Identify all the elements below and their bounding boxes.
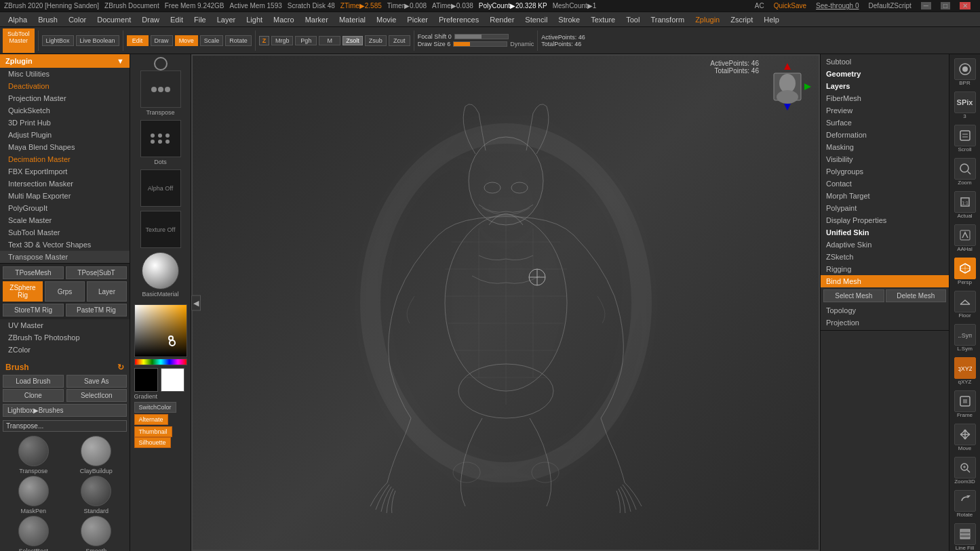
edit-btn[interactable]: Edit: [127, 35, 149, 46]
draw-btn[interactable]: Draw: [151, 35, 173, 46]
brush-refresh-icon[interactable]: ↻: [117, 363, 124, 372]
black-swatch[interactable]: [134, 368, 158, 392]
basic-material-item[interactable]: BasicMaterial: [137, 252, 184, 298]
deactivation-item[interactable]: Deactivation: [0, 80, 130, 92]
subtool-item[interactable]: Subtool: [821, 56, 949, 68]
window-minimize[interactable]: ─: [921, 2, 931, 9]
switch-color-btn[interactable]: SwitchColor: [134, 402, 176, 413]
quick-save-btn[interactable]: QuickSave: [774, 2, 806, 9]
frame-icon-item[interactable]: Frame: [952, 389, 979, 420]
lsym-icon-item[interactable]: L.Sym L.Sym: [952, 323, 979, 353]
poly-group-it-item[interactable]: PolyGroupIt: [0, 202, 130, 214]
zcolor-item[interactable]: ZColor: [0, 344, 130, 356]
scroll-icon-item[interactable]: Scroll: [952, 123, 979, 154]
menu-alpha[interactable]: Alpha: [3, 14, 33, 25]
persp-icon-item[interactable]: Persp: [952, 256, 979, 287]
layer-btn[interactable]: Layer: [87, 281, 127, 302]
decimation-master-item[interactable]: Decimation Master: [0, 153, 130, 165]
save-as-btn[interactable]: Save As: [66, 375, 128, 388]
menu-help[interactable]: Help: [758, 14, 785, 25]
tpose-subt-btn[interactable]: TPose|SubT: [66, 266, 127, 279]
menu-zplugin[interactable]: Zplugin: [690, 14, 725, 25]
transpose-master-item[interactable]: Transpose Master: [0, 251, 130, 263]
unified-skin-item[interactable]: Unified Skin: [821, 226, 949, 239]
live-boolean-btn[interactable]: Live Boolean: [76, 35, 119, 46]
menu-brush[interactable]: Brush: [33, 14, 63, 25]
uv-master-item[interactable]: UV Master: [0, 319, 130, 331]
contact-item[interactable]: Contact: [821, 178, 949, 190]
viewport-content[interactable]: [191, 54, 820, 551]
move-btn[interactable]: Move: [175, 35, 198, 46]
bpr-icon-item[interactable]: BPR: [952, 57, 979, 87]
smooth-brush-item[interactable]: Smooth: [66, 516, 128, 551]
text-3d-item[interactable]: Text 3D & Vector Shapes: [0, 239, 130, 251]
store-tm-rig-btn[interactable]: StoreTM Rig: [3, 304, 64, 317]
collapse-left-btn[interactable]: ◀: [191, 295, 201, 310]
multi-map-item[interactable]: Multi Map Exporter: [0, 190, 130, 202]
paste-tm-rig-btn[interactable]: PasteTM Rig: [66, 304, 127, 317]
window-close[interactable]: ✕: [960, 2, 971, 9]
m-btn[interactable]: M: [319, 36, 340, 45]
intersection-masker-item[interactable]: Intersection Masker: [0, 178, 130, 190]
mrgb-btn[interactable]: Mrgb: [271, 36, 293, 45]
see-through-btn[interactable]: See-through 0: [816, 2, 859, 9]
actual-icon-item[interactable]: 1:1 Actual: [952, 190, 979, 220]
rotate-icon-item[interactable]: Rotate: [952, 489, 979, 519]
menu-zscript[interactable]: Zscript: [725, 14, 758, 25]
texture-off-item[interactable]: Texture Off: [137, 211, 184, 248]
zsketch-item[interactable]: ZSketch: [821, 251, 949, 263]
fbx-export-item[interactable]: FBX ExportImport: [0, 165, 130, 178]
polypaint-item[interactable]: Polypaint: [821, 202, 949, 214]
menu-picker[interactable]: Picker: [401, 14, 433, 25]
morph-target-item[interactable]: Morph Target: [821, 190, 949, 202]
zsub-btn[interactable]: Zsub: [365, 35, 387, 46]
preview-item[interactable]: Preview: [821, 104, 949, 117]
move-icon-item[interactable]: Move: [952, 422, 979, 453]
alpha-transpose-item[interactable]: Transpose: [137, 57, 184, 116]
menu-file[interactable]: File: [189, 14, 212, 25]
maya-blend-item[interactable]: Maya Blend Shapes: [0, 141, 130, 153]
clay-buildup-brush-item[interactable]: ClayBuildup: [66, 436, 128, 474]
zplugin-header[interactable]: Zplugin ▼: [0, 54, 130, 68]
default-zscript[interactable]: DefaultZScript: [869, 2, 912, 9]
zcut-btn[interactable]: Zcut: [389, 35, 410, 46]
subtool-master-item[interactable]: SubTool Master: [0, 226, 130, 239]
hue-slider[interactable]: [134, 359, 187, 365]
standard-brush-item[interactable]: Standard: [66, 476, 128, 514]
menu-document[interactable]: Document: [92, 14, 136, 25]
menu-stroke[interactable]: Stroke: [553, 14, 585, 25]
menu-movie[interactable]: Movie: [371, 14, 401, 25]
menu-color[interactable]: Color: [63, 14, 92, 25]
rotate-btn[interactable]: Rotate: [225, 35, 252, 46]
menu-render[interactable]: Render: [484, 14, 520, 25]
color-gradient[interactable]: [134, 304, 187, 357]
pgh-btn[interactable]: Pgh: [295, 36, 317, 45]
topology-item[interactable]: Topology: [821, 304, 949, 317]
subtool-master-btn[interactable]: SubToolMaster: [3, 28, 35, 53]
scale-btn[interactable]: Scale: [200, 35, 224, 46]
grps-btn[interactable]: Grps: [45, 281, 85, 302]
alpha-off-item[interactable]: Alpha Off: [137, 169, 184, 207]
window-maximize[interactable]: □: [941, 2, 950, 9]
lightbox-btn[interactable]: LightBox: [42, 35, 74, 46]
zoom-icon-item[interactable]: Zoom: [952, 157, 979, 187]
menu-stencil[interactable]: Stencil: [520, 14, 553, 25]
zsphere-rig-btn[interactable]: ZSphere Rig: [3, 281, 43, 302]
menu-light[interactable]: Light: [241, 14, 268, 25]
mask-pen-brush-item[interactable]: MaskPen: [3, 476, 64, 514]
color-picker[interactable]: Gradient SwitchColor Alternate Thumbnail…: [134, 304, 187, 448]
viewport[interactable]: ActivePoints: 46 TotalPoints: 46 ◀: [191, 54, 820, 551]
menu-edit[interactable]: Edit: [165, 14, 189, 25]
surface-item[interactable]: Surface: [821, 117, 949, 129]
clone-btn[interactable]: Clone: [3, 389, 64, 402]
zoom3d-icon-item[interactable]: Zoom3D: [952, 455, 979, 486]
fibermesh-item[interactable]: FiberMesh: [821, 92, 949, 104]
masking-item[interactable]: Masking: [821, 141, 949, 153]
load-brush-btn[interactable]: Load Brush: [3, 375, 64, 388]
silhouette-btn[interactable]: Silhouette: [134, 437, 171, 448]
menu-draw[interactable]: Draw: [136, 14, 165, 25]
quick-sketch-item[interactable]: QuickSketch: [0, 104, 130, 117]
menu-material[interactable]: Material: [334, 14, 371, 25]
delete-mesh-btn[interactable]: Delete Mesh: [886, 289, 947, 302]
adaptive-skin-item[interactable]: Adaptive Skin: [821, 239, 949, 251]
